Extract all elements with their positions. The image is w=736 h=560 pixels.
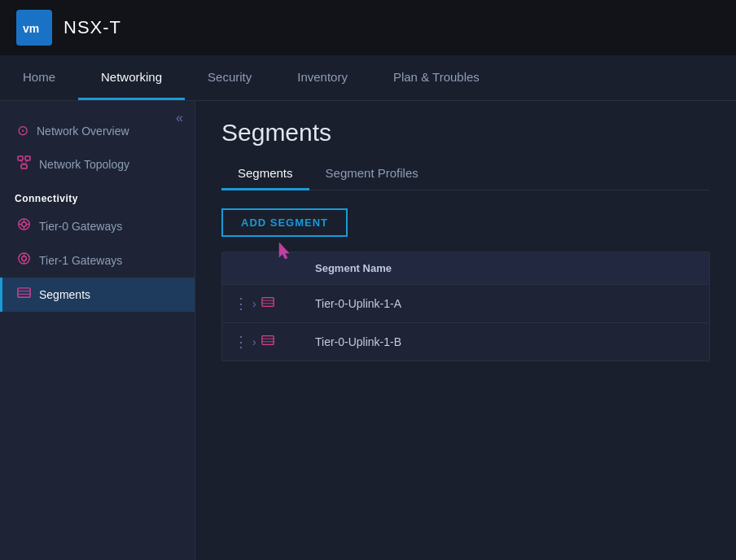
svg-text:vm: vm — [23, 22, 39, 35]
nav-item-security[interactable]: Security — [185, 55, 274, 100]
topbar: vm NSX-T — [0, 0, 736, 55]
row1-name: Tier-0-Uplink-1-A — [304, 287, 709, 320]
row2-actions: ⋮ › — [222, 323, 304, 361]
row1-actions: ⋮ › — [222, 285, 304, 322]
svg-rect-1 — [18, 156, 23, 160]
row1-menu-dots[interactable]: ⋮ — [234, 295, 248, 313]
segments-icon — [17, 286, 31, 304]
content-area: Segments Segments Segment Profiles ADD S… — [195, 101, 736, 560]
svg-rect-2 — [25, 156, 30, 160]
row2-name: Tier-0-Uplink-1-B — [304, 326, 709, 358]
row2-menu-dots[interactable]: ⋮ — [234, 333, 248, 351]
row1-expand-arrow[interactable]: › — [252, 297, 256, 310]
sidebar-item-network-overview[interactable]: ⊙ Network Overview — [0, 114, 195, 147]
content-header: Segments Segments Segment Profiles — [195, 101, 736, 190]
sidebar-item-network-topology[interactable]: Network Topology — [0, 147, 195, 182]
sidebar-item-tier0-gateways[interactable]: Tier-0 Gateways — [0, 209, 195, 243]
tier0-icon — [17, 217, 31, 235]
nav-item-networking[interactable]: Networking — [78, 55, 185, 100]
tab-segments[interactable]: Segments — [221, 158, 309, 190]
row2-expand-arrow[interactable]: › — [252, 335, 256, 348]
svg-rect-22 — [262, 336, 274, 345]
svg-rect-16 — [18, 288, 30, 297]
tab-segment-profiles[interactable]: Segment Profiles — [309, 158, 435, 190]
sidebar-collapse-button[interactable]: « — [176, 111, 183, 125]
th-actions — [222, 252, 304, 284]
sidebar-nav: ⊙ Network Overview Network Topology Conn… — [0, 101, 195, 325]
nav-item-inventory[interactable]: Inventory — [274, 55, 370, 100]
app-title: NSX-T — [64, 17, 121, 38]
svg-rect-19 — [262, 298, 274, 307]
svg-point-7 — [22, 222, 27, 227]
sidebar-item-tier1-gateways[interactable]: Tier-1 Gateways — [0, 243, 195, 278]
th-segment-name: Segment Name — [304, 252, 709, 284]
navbar: Home Networking Security Inventory Plan … — [0, 55, 736, 101]
network-overview-icon: ⊙ — [17, 122, 28, 139]
vm-logo: vm — [16, 10, 52, 46]
svg-rect-3 — [21, 164, 27, 168]
row2-type-icon — [261, 334, 274, 350]
segments-body: ADD SEGMENT Segment Name ⋮ › — [195, 190, 736, 379]
table-row: ⋮ › Tier-0-Uplink-1-A — [222, 285, 709, 323]
tabs-bar: Segments Segment Profiles — [221, 158, 710, 190]
sidebar: « ⊙ Network Overview Network Topology — [0, 101, 195, 560]
sidebar-item-segments[interactable]: Segments — [0, 278, 195, 312]
nav-item-plan-troubles[interactable]: Plan & Troubles — [370, 55, 502, 100]
table-header: Segment Name — [222, 252, 709, 285]
network-topology-icon — [17, 155, 31, 173]
svg-point-13 — [22, 256, 27, 261]
page-title: Segments — [221, 119, 710, 147]
nav-item-home[interactable]: Home — [0, 55, 78, 100]
add-segment-button[interactable]: ADD SEGMENT — [221, 208, 348, 237]
table-row: ⋮ › Tier-0-Uplink-1-B — [222, 323, 709, 361]
tier1-icon — [17, 252, 31, 269]
main-layout: « ⊙ Network Overview Network Topology — [0, 101, 736, 560]
connectivity-section-label: Connectivity — [0, 182, 195, 209]
row1-type-icon — [261, 295, 274, 312]
add-segment-btn-wrapper: ADD SEGMENT — [221, 208, 348, 252]
segments-table: Segment Name ⋮ › T — [221, 252, 710, 361]
